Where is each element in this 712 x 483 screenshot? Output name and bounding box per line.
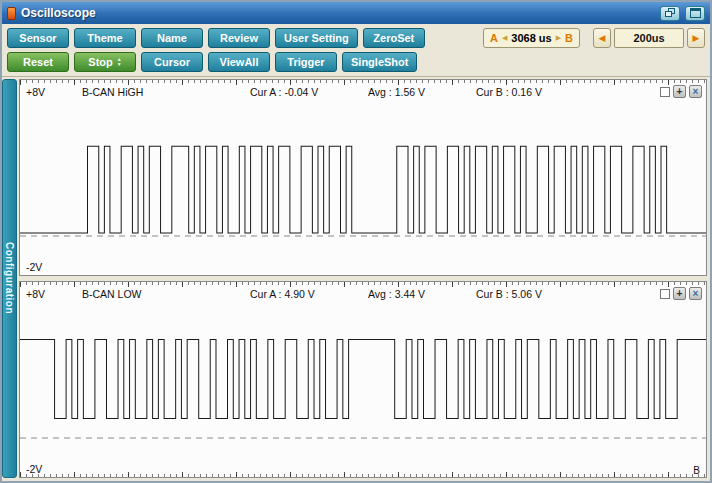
app-icon xyxy=(7,7,16,20)
scale-bottom-label: -2V xyxy=(26,261,42,273)
cursor-button[interactable]: Cursor xyxy=(141,52,203,72)
zoom-in-button[interactable]: + xyxy=(673,287,686,300)
channel-a-panel: +8V B-CAN HiGH Cur A : -0.04 V Avg : 1.5… xyxy=(19,79,707,276)
channel-b-header: +8V B-CAN LOW Cur A : 4.90 V Avg : 3.44 … xyxy=(26,287,702,300)
timebase-control: ◀ 200us ▶ xyxy=(593,28,705,48)
spinner-icon: ▲ ▼ xyxy=(117,57,122,67)
scale-bottom-label: -2V xyxy=(26,463,42,475)
cursor-delta-readout: A ◀ 3068 us ▶ B xyxy=(483,28,580,48)
cursor-a-label: A xyxy=(490,32,498,44)
reset-button[interactable]: Reset xyxy=(7,52,69,72)
plus-icon: + xyxy=(677,289,683,299)
cursor-b-readout: Cur B : 5.06 V xyxy=(476,288,660,300)
channel-b-waveform xyxy=(20,282,706,477)
timebase-value[interactable]: 200us xyxy=(614,28,684,48)
channel-a-controls: + × xyxy=(660,85,702,98)
channel-name: B-CAN LOW xyxy=(82,288,250,300)
window-restore-button[interactable] xyxy=(660,6,680,21)
stop-label: Stop xyxy=(88,53,112,71)
right-arrow-icon: ▶ xyxy=(693,33,700,43)
channel-visible-checkbox[interactable] xyxy=(660,289,670,299)
title-bar: Oscilloscope xyxy=(2,2,710,24)
configuration-tab[interactable]: Configuration xyxy=(2,79,17,478)
restore-icon xyxy=(665,8,676,18)
channel-panels: +8V B-CAN HiGH Cur A : -0.04 V Avg : 1.5… xyxy=(19,79,707,478)
channel-name: B-CAN HiGH xyxy=(82,86,250,98)
channel-b-controls: + × xyxy=(660,287,702,300)
oscilloscope-window: Oscilloscope Sensor Theme Name Review Us… xyxy=(0,0,712,483)
zoom-in-button[interactable]: + xyxy=(673,85,686,98)
theme-button[interactable]: Theme xyxy=(74,28,136,48)
viewall-button[interactable]: ViewAll xyxy=(208,52,270,72)
name-button[interactable]: Name xyxy=(141,28,203,48)
scope-area: Configuration +8V B-CAN HiGH Cur A : -0.… xyxy=(2,77,710,481)
down-arrow-icon: ▼ xyxy=(117,62,122,67)
cursor-a-readout: Cur A : 4.90 V xyxy=(250,288,368,300)
timebase-increase-button[interactable]: ▶ xyxy=(687,28,705,48)
trigger-button[interactable]: Trigger xyxy=(275,52,337,72)
window-title: Oscilloscope xyxy=(21,6,655,20)
cursor-b-arrow-icon: ▶ xyxy=(556,34,561,42)
close-icon: × xyxy=(693,87,699,97)
average-readout: Avg : 3.44 V xyxy=(368,288,476,300)
singleshot-button[interactable]: SingleShot xyxy=(342,52,417,72)
channel-corner-label: B xyxy=(693,465,700,476)
average-readout: Avg : 1.56 V xyxy=(368,86,476,98)
window-maximize-button[interactable] xyxy=(685,6,705,21)
stop-select[interactable]: Stop ▲ ▼ xyxy=(74,52,136,72)
timebase-decrease-button[interactable]: ◀ xyxy=(593,28,611,48)
cursor-a-readout: Cur A : -0.04 V xyxy=(250,86,368,98)
channel-a-waveform xyxy=(20,80,706,275)
close-channel-button[interactable]: × xyxy=(689,85,702,98)
left-arrow-icon: ◀ xyxy=(599,33,606,43)
cursor-b-label: B xyxy=(565,32,573,44)
configuration-tab-label: Configuration xyxy=(4,242,15,314)
cursor-a-arrow-icon: ◀ xyxy=(502,34,507,42)
zeroset-button[interactable]: ZeroSet xyxy=(363,28,425,48)
close-channel-button[interactable]: × xyxy=(689,287,702,300)
close-icon: × xyxy=(693,289,699,299)
cursor-delta-value: 3068 us xyxy=(511,32,551,44)
scale-top-label: +8V xyxy=(26,86,82,98)
scale-top-label: +8V xyxy=(26,288,82,300)
toolbar-row-2: Reset Stop ▲ ▼ Cursor ViewAll Trigger Si… xyxy=(7,52,705,72)
channel-a-header: +8V B-CAN HiGH Cur A : -0.04 V Avg : 1.5… xyxy=(26,85,702,98)
cursor-b-readout: Cur B : 0.16 V xyxy=(476,86,660,98)
toolbar: Sensor Theme Name Review User Setting Ze… xyxy=(2,24,710,77)
channel-visible-checkbox[interactable] xyxy=(660,87,670,97)
sensor-button[interactable]: Sensor xyxy=(7,28,69,48)
channel-b-panel: +8V B-CAN LOW Cur A : 4.90 V Avg : 3.44 … xyxy=(19,281,707,478)
review-button[interactable]: Review xyxy=(208,28,270,48)
maximize-icon xyxy=(690,8,701,18)
toolbar-row-1: Sensor Theme Name Review User Setting Ze… xyxy=(7,28,705,48)
user-setting-button[interactable]: User Setting xyxy=(275,28,358,48)
plus-icon: + xyxy=(677,87,683,97)
